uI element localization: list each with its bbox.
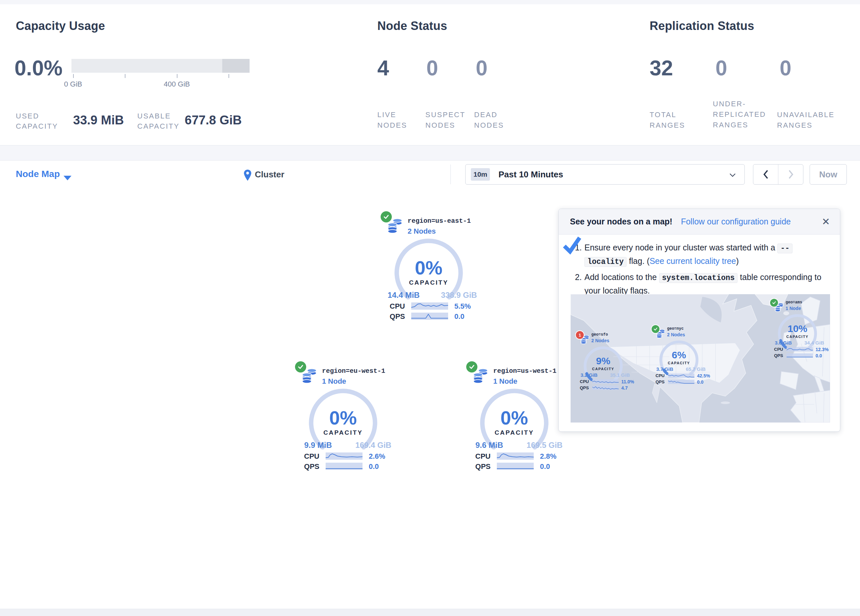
caret-down-icon[interactable] [64, 176, 71, 180]
chevron-left-icon [763, 169, 769, 179]
capacity-percent: 6% [659, 350, 699, 361]
time-step-back-button[interactable] [753, 165, 778, 184]
cpu-sparkline [497, 453, 534, 460]
chevron-right-icon [788, 169, 794, 179]
cpu-value: 2.6% [369, 452, 385, 461]
breadcrumb-cluster[interactable]: Cluster [255, 169, 284, 180]
capacity-caption: CAPACITY [310, 429, 376, 436]
bar-tick [229, 74, 229, 78]
time-range-badge: 10m [471, 168, 490, 181]
bar-tick [73, 74, 74, 78]
warning-count-badge: 1 [576, 331, 584, 339]
locality-tree-link[interactable]: See current locality tree [650, 256, 736, 266]
used-capacity-value: 33.9 MiB [73, 113, 124, 127]
usable-capacity-label: USABLE CAPACITY [137, 111, 188, 131]
dead-nodes-count: 0 [476, 56, 488, 80]
qps-value: 0.0 [697, 379, 703, 385]
live-nodes-label: LIVE NODES [377, 110, 417, 131]
qps-label: QPS [580, 385, 591, 390]
time-step-forward-button[interactable] [778, 165, 803, 184]
region-name: geo=ams [786, 300, 802, 305]
capacity-usage-title: Capacity Usage [16, 19, 105, 33]
node-map-page: Capacity Usage 0.0% 0 GiB 400 GiB USED C… [0, 0, 860, 616]
qps-label: QPS [656, 379, 667, 384]
capacity-total-value: 338.9 GiB [436, 290, 482, 300]
capacity-caption: CAPACITY [659, 361, 699, 365]
bar-tick [125, 74, 126, 78]
step-2: 2. Add locations to the system.locations… [572, 271, 829, 297]
region-name: region=us-west-1 [493, 367, 556, 375]
cpu-label: CPU [382, 302, 405, 310]
capacity-caption: CAPACITY [778, 335, 817, 339]
region-nodes-link[interactable]: 1 Node [786, 306, 801, 311]
step-done-check-icon [562, 236, 582, 255]
footer-strip [0, 609, 860, 616]
under-replicated-count: 0 [716, 56, 727, 80]
unavailable-label: UNAVAILABLE RANGES [777, 110, 846, 131]
code-chip: locality [584, 257, 626, 267]
capacity-total-value: 169.5 GiB [521, 440, 568, 450]
map-region-geo-sfo: 1 geo=sfo 2 Nodes 9% CAPACITY 3.2 GiB 35… [573, 331, 639, 393]
total-ranges-label: TOTAL RANGES [650, 110, 694, 131]
qps-sparkline [786, 353, 813, 358]
capacity-used-value: 3.7 GiB [649, 366, 681, 372]
healthy-check-icon [466, 361, 477, 373]
qps-sparkline [411, 313, 448, 320]
healthy-check-icon [295, 361, 306, 373]
code-chip: -- [777, 243, 793, 253]
bar-tick [177, 74, 177, 78]
view-selector-node-map[interactable]: Node Map [16, 169, 60, 179]
map-region-geo-ams: geo=ams 1 Node 10% CAPACITY 3.6 GiB 34.4… [767, 298, 833, 361]
step-text: Add locations to the system.locations ta… [584, 271, 821, 297]
code-chip: system.locations [659, 273, 738, 283]
cpu-sparkline [411, 303, 448, 310]
capacity-reserved-segment [222, 59, 250, 73]
qps-sparkline [592, 386, 619, 390]
region-nodes-link[interactable]: 1 Node [322, 377, 346, 386]
qps-label: QPS [774, 353, 785, 358]
region-group-eu-west-1: region=eu-west-1 1 Node 0% CAPACITY 9.9 … [293, 359, 405, 475]
capacity-percent: 10% [778, 323, 817, 334]
capacity-percent: 9% [584, 356, 623, 367]
suspect-nodes-label: SUSPECT NODES [425, 110, 473, 131]
time-step-arrows [753, 164, 804, 185]
popup-steps: 1. Ensure every node in your cluster was… [572, 241, 829, 299]
capacity-used-value: 9.9 MiB [295, 440, 341, 450]
qps-value: 0.0 [540, 462, 550, 471]
region-name: geo=sfo [591, 332, 608, 337]
popup-title: See your nodes on a map! [570, 217, 672, 226]
chevron-down-icon [729, 173, 736, 177]
bar-tick-label-400: 400 GiB [154, 80, 200, 89]
qps-label: QPS [468, 462, 491, 471]
capacity-percent: 0% [396, 257, 461, 279]
cpu-value: 42.5% [697, 373, 710, 378]
step-1: 1. Ensure every node in your cluster was… [572, 241, 829, 268]
region-nodes-link[interactable]: 1 Node [493, 377, 517, 386]
healthy-check-icon [381, 211, 392, 223]
configuration-guide-link[interactable]: Follow our configuration guide [681, 217, 791, 226]
now-button[interactable]: Now [810, 164, 847, 185]
region-nodes-link[interactable]: 2 Nodes [667, 332, 685, 337]
capacity-percent: 0% [481, 407, 547, 429]
map-region-geo-nyc: geo=nyc 2 Nodes 6% CAPACITY 3.7 GiB 65.7… [649, 324, 715, 388]
qps-label: QPS [296, 462, 319, 471]
dead-nodes-label: DEAD NODES [474, 110, 514, 131]
capacity-used-value: 3.2 GiB [573, 372, 605, 378]
region-nodes-link[interactable]: 2 Nodes [408, 227, 436, 236]
capacity-used-value: 9.6 MiB [466, 440, 512, 450]
cpu-label: CPU [468, 452, 491, 461]
healthy-check-icon [770, 299, 778, 307]
step-text: Ensure every node in your cluster was st… [584, 241, 793, 268]
time-range-label: Past 10 Minutes [499, 169, 563, 180]
close-icon[interactable]: ✕ [822, 216, 830, 227]
region-name: region=eu-west-1 [322, 367, 385, 375]
capacity-caption: CAPACITY [396, 279, 461, 286]
unavailable-count: 0 [780, 56, 791, 80]
cpu-sparkline [326, 453, 363, 460]
replication-status-title: Replication Status [650, 19, 754, 33]
suspect-nodes-count: 0 [426, 56, 438, 80]
region-nodes-link[interactable]: 2 Nodes [591, 338, 609, 343]
qps-value: 0.0 [816, 353, 822, 358]
time-range-select[interactable]: 10m Past 10 Minutes [465, 164, 745, 185]
capacity-used-value: 3.6 GiB [767, 340, 799, 345]
